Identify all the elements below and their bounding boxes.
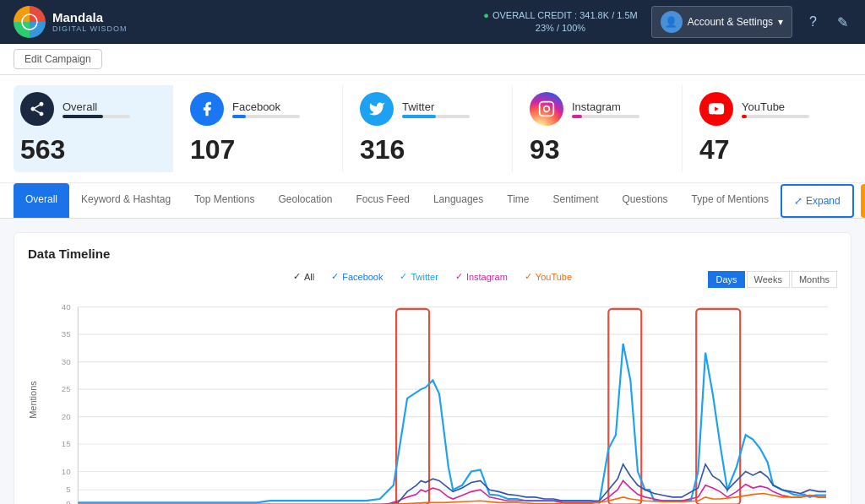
facebook-label: Facebook	[232, 100, 300, 113]
chart-body: Mentions 40 35 30 25 20 15	[28, 289, 837, 504]
legend-all[interactable]: ✓ All	[293, 271, 314, 282]
y-axis-label: Mentions	[28, 289, 38, 504]
facebook-bar	[232, 115, 300, 118]
tab-keyword-hashtag[interactable]: Keyword & Hashtag	[69, 183, 182, 218]
svg-text:40: 40	[62, 302, 71, 312]
tab-top-mentions[interactable]: Top Mentions	[182, 183, 266, 218]
tabs-list: Overall Keyword & Hashtag Top Mentions G…	[14, 183, 781, 218]
logo-icon	[14, 6, 46, 38]
expand-icon: ⤢	[794, 195, 802, 207]
svg-text:5: 5	[66, 485, 70, 494]
svg-text:20: 20	[62, 412, 71, 421]
stat-card-instagram: Instagram 93	[513, 85, 683, 172]
stat-card-facebook: Facebook 107	[173, 85, 343, 172]
months-btn[interactable]: Months	[792, 271, 837, 288]
tab-geolocation[interactable]: Geolocation	[266, 183, 344, 218]
days-btn[interactable]: Days	[708, 271, 744, 288]
header-right: ●OVERALL CREDIT : 341.8K / 1.5M 23% / 10…	[483, 6, 851, 38]
account-settings-btn[interactable]: 👤 Account & Settings ▾	[651, 6, 792, 38]
youtube-bar	[742, 115, 809, 118]
svg-text:25: 25	[62, 384, 71, 393]
app-header: Mandala DIGITAL WISDOM ●OVERALL CREDIT :…	[0, 0, 865, 44]
legend-instagram-check: ✓	[455, 271, 463, 282]
tabs-actions: ⤢ Expand Mentions Console	[781, 184, 865, 218]
stat-card-youtube: YouTube 47	[683, 85, 851, 172]
legend-twitter-check: ✓	[400, 271, 407, 282]
edit-bar: Edit Campaign	[0, 44, 865, 75]
svg-text:0: 0	[66, 499, 71, 504]
svg-text:15: 15	[62, 439, 71, 448]
svg-text:35: 35	[62, 329, 71, 339]
chart-title: Data Timeline	[28, 247, 837, 261]
instagram-value: 93	[530, 134, 560, 165]
legend-all-check: ✓	[293, 271, 301, 282]
twitter-bar	[402, 115, 470, 118]
youtube-icon	[699, 92, 733, 126]
tab-type-of-mentions[interactable]: Type of Mentions	[680, 183, 781, 218]
chart-svg-wrapper: 40 35 30 25 20 15 10 5 0	[41, 289, 837, 504]
legend-instagram[interactable]: ✓ Instagram	[455, 271, 508, 282]
legend-youtube[interactable]: ✓ YouTube	[525, 271, 572, 282]
instagram-label: Instagram	[572, 100, 639, 113]
chevron-down-icon: ▾	[778, 16, 783, 28]
instagram-icon	[530, 92, 563, 126]
weeks-btn[interactable]: Weeks	[747, 271, 790, 288]
svg-point-0	[22, 14, 37, 30]
twitter-icon	[360, 92, 394, 126]
stats-row: Overall 563 Facebook 107 Twitter	[0, 75, 865, 183]
tab-time[interactable]: Time	[495, 183, 541, 218]
overall-icon	[20, 92, 54, 126]
edit-campaign-button[interactable]: Edit Campaign	[14, 49, 102, 69]
edit-icon[interactable]: ✎	[834, 11, 851, 34]
tab-focus-feed[interactable]: Focus Feed	[345, 183, 422, 218]
time-controls: Days Weeks Months	[708, 271, 837, 288]
tabs-row: Overall Keyword & Hashtag Top Mentions G…	[0, 183, 865, 219]
help-icon[interactable]: ?	[806, 11, 820, 33]
legend-youtube-check: ✓	[525, 271, 532, 282]
expand-button[interactable]: ⤢ Expand	[781, 184, 854, 218]
svg-text:30: 30	[62, 357, 71, 366]
youtube-value: 47	[699, 134, 730, 165]
credit-info: ●OVERALL CREDIT : 341.8K / 1.5M 23% / 10…	[483, 9, 637, 35]
legend-twitter[interactable]: ✓ Twitter	[400, 271, 438, 282]
svg-rect-23	[396, 309, 429, 504]
chart-svg: 40 35 30 25 20 15 10 5 0	[41, 289, 837, 504]
twitter-label: Twitter	[402, 100, 470, 113]
legend-facebook[interactable]: ✓ Facebook	[331, 271, 383, 282]
tab-languages[interactable]: Languages	[422, 183, 495, 218]
tab-questions[interactable]: Questions	[611, 183, 680, 218]
instagram-bar	[572, 115, 639, 118]
stat-card-overall: Overall 563	[14, 85, 173, 172]
logo-area: Mandala DIGITAL WISDOM	[14, 6, 128, 38]
overall-bar	[63, 115, 130, 118]
twitter-line	[78, 344, 826, 502]
tab-sentiment[interactable]: Sentiment	[541, 183, 611, 218]
stat-card-twitter: Twitter 316	[343, 85, 513, 172]
svg-rect-1	[540, 102, 554, 117]
tab-overall[interactable]: Overall	[14, 183, 69, 218]
svg-rect-24	[608, 309, 641, 504]
twitter-value: 316	[360, 134, 405, 165]
facebook-icon	[190, 92, 224, 126]
mentions-console-button[interactable]: Mentions Console	[861, 184, 865, 218]
overall-value: 563	[20, 134, 65, 165]
overall-label: Overall	[63, 100, 130, 113]
chart-area: Data Timeline Days Weeks Months ✓ All ✓ …	[14, 232, 851, 504]
legend-facebook-check: ✓	[331, 271, 339, 282]
logo-text: Mandala DIGITAL WISDOM	[52, 11, 128, 34]
svg-text:10: 10	[62, 467, 71, 476]
facebook-value: 107	[190, 134, 235, 165]
chart-container: Days Weeks Months ✓ All ✓ Facebook ✓ Twi…	[28, 271, 837, 504]
youtube-label: YouTube	[742, 100, 809, 113]
avatar: 👤	[661, 11, 683, 33]
